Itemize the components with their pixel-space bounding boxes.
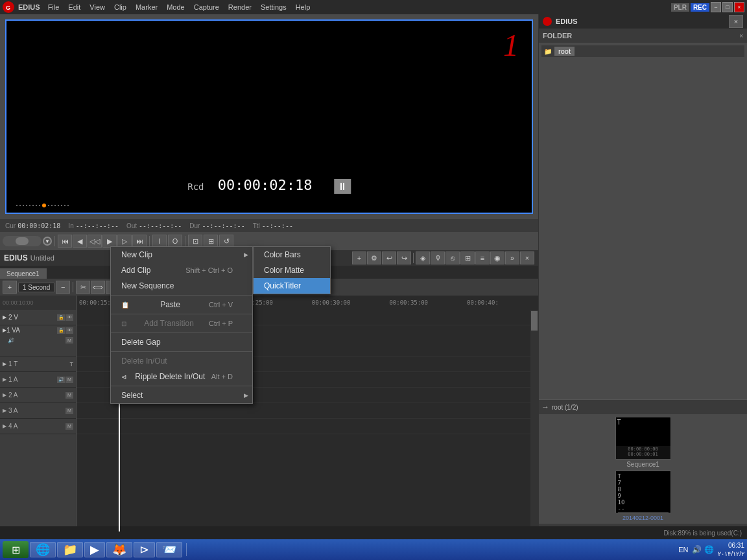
settings-button[interactable]: ⚙ (367, 251, 381, 264)
insert-button[interactable]: ⊡ (188, 235, 202, 248)
taskbar-explorer[interactable]: 📁 (57, 542, 83, 557)
taskbar-firefox[interactable]: 🦊 (106, 542, 132, 557)
prev-clip-button[interactable]: ⏮ (58, 235, 72, 248)
taskbar-media[interactable]: ▶ (84, 542, 105, 557)
zoom-level[interactable]: 1 Second (18, 283, 54, 292)
cut-button[interactable]: ✂ (76, 281, 90, 294)
submenu-color-bars[interactable]: Color Bars (254, 247, 330, 262)
folder-close-btn[interactable]: × (739, 32, 743, 40)
expand-button[interactable]: » (505, 251, 519, 264)
submenu-quicktitler[interactable]: QuickTitler (254, 278, 330, 294)
rec-badge: REC (691, 3, 709, 12)
menu-settings[interactable]: Settings (257, 3, 290, 12)
play-button[interactable]: ▶ (102, 235, 117, 248)
start-button[interactable]: ⊞ (3, 541, 29, 558)
step-back-button[interactable]: ◀ (73, 235, 87, 248)
track-2v-expand[interactable]: ▶ (3, 314, 6, 320)
undo-button[interactable]: ↩ (382, 251, 396, 264)
menu-marker[interactable]: Marker (132, 3, 161, 12)
right-panel-close[interactable]: × (729, 15, 743, 28)
menu-capture[interactable]: Capture (190, 3, 223, 12)
track-1va-lock[interactable]: 🔒 (57, 327, 65, 334)
track-2v-lock[interactable]: 🔒 (57, 314, 65, 321)
menu-file[interactable]: File (44, 3, 64, 12)
in-point-button[interactable]: I (152, 235, 167, 248)
zoom-control[interactable]: ▼ (43, 237, 52, 246)
sequence1-clip: T 00:00:00:0000:00:00:01 Sequence1 (615, 417, 671, 468)
ctx-sep-2 (111, 314, 252, 314)
next-clip-button[interactable]: ⏭ (132, 235, 147, 248)
taskbar-lang: EN (678, 546, 688, 554)
ruler-mark-4: 00:00:35:00 (389, 299, 428, 306)
ctx-delete-gap[interactable]: Delete Gap (111, 334, 252, 350)
maximize-button[interactable]: □ (722, 2, 733, 12)
color-button[interactable]: ◉ (490, 251, 504, 264)
menu-help[interactable]: Help (292, 3, 314, 12)
close-button[interactable]: × (734, 2, 744, 12)
preview-monitor[interactable]: 1 Rcd 00:00:02:18 ⏸ (5, 19, 533, 214)
play-reverse-button[interactable]: ◁◁ (88, 235, 102, 248)
overwrite-button[interactable]: ⊞ (204, 235, 218, 248)
new-seq-button[interactable]: + (352, 251, 366, 264)
right-title: EDIUS (556, 18, 578, 25)
zoom-in-button[interactable]: + (3, 281, 17, 294)
network-icon[interactable]: 🌐 (704, 545, 714, 554)
submenu-color-matte[interactable]: Color Matte (254, 262, 330, 278)
ctx-new-clip-arrow: ▶ (244, 251, 248, 258)
ctx-new-clip[interactable]: New Clip ▶ (111, 247, 252, 262)
menu-edit[interactable]: Edit (64, 3, 84, 12)
track-1a-expand[interactable]: ▶ (3, 377, 6, 382)
minimize-button[interactable]: − (711, 2, 721, 12)
export-button[interactable]: ⎋ (445, 251, 460, 264)
track-3a-expand[interactable]: ▶ (3, 408, 6, 414)
menu-render[interactable]: Render (224, 3, 255, 12)
out-point-button[interactable]: O (168, 235, 182, 248)
audio-button[interactable]: 🎙 (431, 251, 445, 264)
ctx-ripple-delete[interactable]: ⊲ Ripple Delete In/Out Alt + D (111, 369, 252, 384)
pause-button[interactable]: ⏸ (334, 179, 351, 194)
sequence-tab-1[interactable]: Sequence1 (0, 268, 47, 279)
out-label: Out (126, 222, 137, 229)
taskbar-app3[interactable]: ⊳ (134, 542, 155, 557)
ripple-button[interactable]: ⟺ (91, 281, 105, 294)
ctx-select[interactable]: Select ▶ (111, 388, 252, 403)
vertical-scrollbar[interactable] (530, 310, 538, 531)
menu-view[interactable]: View (86, 3, 109, 12)
track-label-2a: ▶ 2 A M (0, 388, 76, 403)
track-3a-mute[interactable]: M (65, 408, 73, 414)
track-4a-name: 4 A (8, 423, 18, 430)
in-label: In (68, 222, 73, 229)
cur-pos-header: 00:00:10:00 (3, 299, 34, 306)
volume-icon[interactable]: 🔊 (692, 545, 702, 554)
track-1t-expand[interactable]: ▶ (3, 361, 6, 367)
out-value: --:--:--:-- (139, 222, 182, 229)
track-4a-expand[interactable]: ▶ (3, 423, 6, 429)
track-1va-mute[interactable]: M (65, 337, 73, 344)
taskbar-ie[interactable]: 🌐 (30, 542, 56, 557)
preview-timecode: Rcd 00:00:02:18 ⏸ (187, 177, 351, 193)
grid-button[interactable]: ⊞ (460, 251, 475, 264)
step-fwd-button[interactable]: ▷ (117, 235, 132, 248)
replace-button[interactable]: ↺ (219, 235, 233, 248)
menu-clip[interactable]: Clip (110, 3, 130, 12)
sequence1-thumbnail[interactable]: T 00:00:00:0000:00:00:01 (615, 417, 671, 460)
close-timeline-button[interactable]: × (520, 251, 534, 264)
ctx-new-sequence[interactable]: New Sequence (111, 278, 252, 294)
ctx-paste[interactable]: 📋 Paste Ctrl + V (111, 297, 252, 312)
ctx-add-clip[interactable]: Add Clip Shift + Ctrl + O (111, 262, 252, 278)
track-4a-mute[interactable]: M (65, 423, 73, 430)
mix-button[interactable]: ≡ (475, 251, 490, 264)
track-row-4a (77, 419, 530, 434)
track-2v-hide[interactable]: 👁 (65, 314, 73, 321)
clip-2-thumbnail[interactable]: T 7 8 9 10 -- ----+---- (615, 471, 671, 513)
zoom-out-button[interactable]: − (56, 281, 70, 294)
taskbar-app4[interactable]: 📨 (156, 542, 182, 557)
track-1va-hide[interactable]: 👁 (65, 327, 73, 334)
redo-button[interactable]: ↪ (397, 251, 411, 264)
normalize-button[interactable]: ◈ (416, 251, 430, 264)
track-2a-mute[interactable]: M (65, 392, 73, 399)
menu-mode[interactable]: Mode (163, 3, 189, 12)
track-2a-expand[interactable]: ▶ (3, 392, 6, 398)
ctx-sep-3 (111, 332, 252, 333)
track-1a-mute[interactable]: M (65, 377, 73, 383)
